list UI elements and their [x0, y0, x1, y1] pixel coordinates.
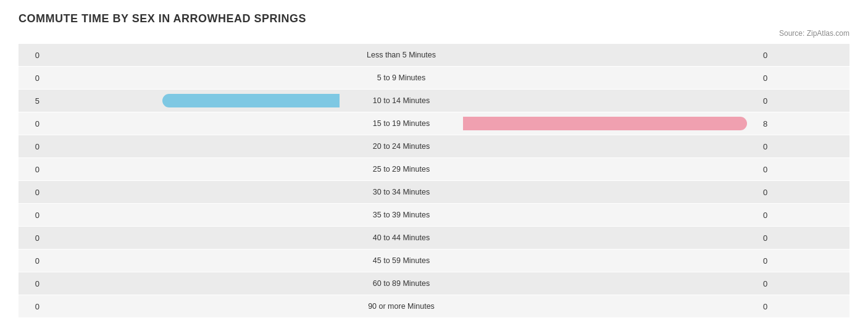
left-value: 5 — [19, 96, 43, 106]
axis-row: 8 8 — [19, 320, 849, 323]
right-bar-container — [463, 181, 759, 203]
bar-row: 0 5 to 9 Minutes 0 — [19, 67, 849, 89]
row-label: 20 to 24 Minutes — [340, 142, 463, 151]
right-bar-container — [463, 44, 759, 66]
chart-area: 0 Less than 5 Minutes 0 0 5 to 9 Minutes… — [19, 44, 849, 317]
left-value: 0 — [19, 142, 43, 151]
left-value: 0 — [19, 51, 43, 60]
bar-row: 5 10 to 14 Minutes 0 — [19, 90, 849, 112]
male-bar — [162, 94, 340, 107]
row-label: 60 to 89 Minutes — [340, 279, 463, 288]
left-value: 0 — [19, 211, 43, 220]
row-label: 40 to 44 Minutes — [340, 233, 463, 242]
right-bar-container — [463, 112, 759, 135]
left-bar-container — [43, 204, 340, 226]
right-value: 0 — [759, 233, 784, 243]
chart-title: COMMUTE TIME BY SEX IN ARROWHEAD SPRINGS — [19, 12, 849, 25]
right-bar-container — [463, 272, 759, 295]
left-bar-container — [43, 250, 340, 272]
bar-row: 0 35 to 39 Minutes 0 — [19, 204, 849, 226]
left-value: 0 — [19, 256, 43, 266]
row-label: 15 to 19 Minutes — [340, 119, 463, 128]
right-value: 0 — [759, 73, 784, 83]
right-value: 0 — [759, 279, 784, 288]
left-bar-container — [43, 295, 340, 317]
right-value: 0 — [759, 211, 784, 220]
bar-row: 0 15 to 19 Minutes 8 — [19, 112, 849, 135]
row-label: 10 to 14 Minutes — [340, 96, 463, 105]
bar-row: 0 40 to 44 Minutes 0 — [19, 227, 849, 249]
row-label: 5 to 9 Minutes — [340, 73, 463, 82]
right-bar-container — [463, 295, 759, 317]
left-bar-container — [43, 272, 340, 295]
left-value: 0 — [19, 233, 43, 243]
left-value: 0 — [19, 302, 43, 311]
left-bar-container — [43, 67, 340, 89]
bar-row: 0 30 to 34 Minutes 0 — [19, 181, 849, 203]
bar-row: 0 20 to 24 Minutes 0 — [19, 135, 849, 157]
row-label: 45 to 59 Minutes — [340, 256, 463, 265]
row-label: Less than 5 Minutes — [340, 51, 463, 59]
source-label: Source: ZipAtlas.com — [19, 29, 849, 38]
left-value: 0 — [19, 188, 43, 197]
right-value: 0 — [759, 165, 784, 174]
left-bar-container — [43, 181, 340, 203]
bar-row: 0 45 to 59 Minutes 0 — [19, 250, 849, 272]
right-bar-container — [463, 135, 759, 157]
right-value: 0 — [759, 302, 784, 311]
right-value: 0 — [759, 51, 784, 60]
left-bar-container — [43, 112, 340, 135]
bar-row: 0 90 or more Minutes 0 — [19, 295, 849, 317]
right-value: 0 — [759, 188, 784, 197]
left-value: 0 — [19, 279, 43, 288]
row-label: 30 to 34 Minutes — [340, 188, 463, 196]
right-bar-container — [463, 250, 759, 272]
right-bar-container — [463, 90, 759, 112]
bar-row: 0 60 to 89 Minutes 0 — [19, 272, 849, 295]
row-label: 25 to 29 Minutes — [340, 165, 463, 174]
left-bar-container — [43, 158, 340, 180]
bar-row: 0 Less than 5 Minutes 0 — [19, 44, 849, 66]
bar-row: 0 25 to 29 Minutes 0 — [19, 158, 849, 180]
right-bar-container — [463, 204, 759, 226]
row-label: 35 to 39 Minutes — [340, 211, 463, 219]
female-bar — [463, 117, 747, 130]
row-label: 90 or more Minutes — [340, 302, 463, 311]
left-value: 0 — [19, 165, 43, 174]
left-value: 0 — [19, 73, 43, 83]
left-bar-container — [43, 90, 340, 112]
right-value: 0 — [759, 256, 784, 266]
right-bar-container — [463, 67, 759, 89]
left-bar-container — [43, 44, 340, 66]
right-bar-container — [463, 158, 759, 180]
left-value: 0 — [19, 119, 43, 128]
left-bar-container — [43, 227, 340, 249]
right-bar-container — [463, 227, 759, 249]
right-value: 8 — [759, 119, 784, 128]
right-value: 0 — [759, 142, 784, 151]
left-bar-container — [43, 135, 340, 157]
right-value: 0 — [759, 96, 784, 106]
